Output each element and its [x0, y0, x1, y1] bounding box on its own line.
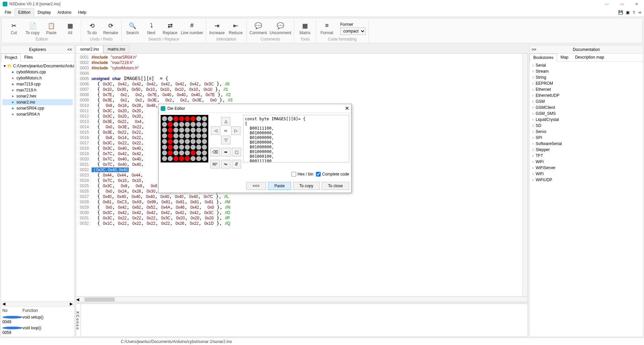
- menu-display[interactable]: Display: [34, 9, 54, 16]
- file-max7219-h[interactable]: ●max7219.h: [2, 87, 73, 93]
- matrix-cell[interactable]: [202, 116, 207, 121]
- dialog---button[interactable]: <<<: [246, 182, 266, 190]
- doc-item-wifi[interactable]: WiFi: [530, 171, 642, 177]
- doc-item-wifiserver[interactable]: WiFiServer: [530, 165, 642, 171]
- replace-button[interactable]: ⇄Replace: [162, 22, 178, 35]
- matrix-cell[interactable]: [185, 156, 190, 161]
- line-number-button[interactable]: #Line number: [181, 22, 203, 35]
- dialog-to-copy-button[interactable]: To copy: [293, 182, 320, 190]
- close-button[interactable]: ✕: [629, 0, 644, 8]
- matrix-cell[interactable]: [191, 122, 196, 127]
- matrix-cell[interactable]: [168, 116, 173, 121]
- matrix-cell[interactable]: [196, 116, 201, 121]
- minimize-button[interactable]: —: [600, 0, 614, 8]
- maximize-button[interactable]: ▭: [614, 0, 629, 8]
- menu-arduino[interactable]: Arduino: [54, 9, 74, 16]
- menu-edition[interactable]: Edition: [14, 8, 34, 16]
- doc-item-gsm[interactable]: GSM: [530, 98, 642, 105]
- matrix-cell[interactable]: [162, 116, 167, 121]
- comment-button[interactable]: 💬Comment: [250, 22, 267, 35]
- matrix-cell[interactable]: [173, 116, 178, 121]
- file-sonar2-ino[interactable]: ●sonar2.ino: [2, 99, 73, 105]
- upload-icon[interactable]: ⇧: [632, 10, 636, 15]
- matrix-cell[interactable]: [191, 128, 196, 133]
- eraser-button[interactable]: ⌫: [210, 148, 220, 156]
- doc-item-wifi[interactable]: WiFi: [530, 159, 642, 165]
- editor-tab-matrix-ino[interactable]: matrix.ino: [103, 45, 129, 53]
- chip-icon[interactable]: ▣: [626, 10, 630, 15]
- matrix-cell[interactable]: [191, 145, 196, 150]
- matrix-button[interactable]: ▦Matrix: [297, 22, 313, 35]
- matrix-cell[interactable]: [196, 133, 201, 138]
- arduino-icon[interactable]: ∞: [638, 10, 641, 15]
- matrix-cell[interactable]: [179, 139, 184, 144]
- doc-tab-bookstores[interactable]: Bookstores: [530, 54, 557, 62]
- dialog-close-button[interactable]: ✕: [345, 105, 349, 112]
- paste-button[interactable]: 📋Paste: [43, 22, 59, 35]
- matrix-cell[interactable]: [202, 156, 207, 161]
- arrow-right-button[interactable]: ▷: [231, 126, 240, 135]
- dialog-paste-button[interactable]: Paste: [268, 182, 291, 190]
- matrix-cell[interactable]: [202, 128, 207, 133]
- matrix-cell[interactable]: [173, 145, 178, 150]
- matrix-cell[interactable]: [173, 156, 178, 161]
- tree-root[interactable]: ▾📁C:/Users/jeanluc/Documents/Arduir: [2, 63, 73, 69]
- doc-item-tft[interactable]: TFT: [530, 153, 642, 159]
- matrix-cell[interactable]: [191, 156, 196, 161]
- doc-item-serial[interactable]: Serial: [530, 62, 642, 68]
- matrix-cell[interactable]: [196, 139, 201, 144]
- doc-item-wifiudp[interactable]: WiFiUDP: [530, 177, 642, 183]
- matrix-cell[interactable]: [185, 116, 190, 121]
- matrix-cell[interactable]: [196, 145, 201, 150]
- outline-row[interactable]: 0059void loop(): [1, 325, 74, 336]
- save-icon[interactable]: 💾: [618, 10, 623, 15]
- matrix-cell[interactable]: [173, 150, 178, 155]
- hex-bin-checkbox[interactable]: Hex / bin: [291, 172, 313, 177]
- doc-tab-map[interactable]: Map: [557, 54, 572, 61]
- matrix-cell[interactable]: [202, 122, 207, 127]
- arrow-down-button[interactable]: ▽: [221, 136, 230, 144]
- matrix-cell[interactable]: [202, 133, 207, 138]
- matrix-cell[interactable]: [202, 139, 207, 144]
- file-sonarSR04-cpp[interactable]: ●sonarSR04.cpp: [2, 105, 73, 111]
- matrix-cell[interactable]: [162, 139, 167, 144]
- export-button[interactable]: ➡: [221, 148, 230, 156]
- matrix-cell[interactable]: [173, 133, 178, 138]
- doc-item-sd[interactable]: SD: [530, 123, 642, 129]
- dialog-code-output[interactable]: const byte IMAGES[][8]= { { B00111100, B…: [243, 115, 349, 162]
- file-cybotMotors-cpp[interactable]: ●cybotMotors.cpp: [2, 69, 73, 75]
- matrix-cell[interactable]: [185, 139, 190, 144]
- matrix-cell[interactable]: [168, 156, 173, 161]
- format-select[interactable]: compact: [340, 27, 366, 35]
- doc-item-string[interactable]: String: [530, 74, 642, 80]
- matrix-cell[interactable]: [162, 128, 167, 133]
- cut-button[interactable]: ✂Cut: [6, 22, 22, 35]
- doc-item-stream[interactable]: Stream: [530, 68, 642, 74]
- doc-item-liquidcrystal[interactable]: LiquidCrystal: [530, 117, 642, 123]
- matrix-cell[interactable]: [168, 139, 173, 144]
- doc-item-eeprom[interactable]: EEPROM: [530, 80, 642, 86]
- matrix-cell[interactable]: [191, 150, 196, 155]
- format-button[interactable]: ≡Format: [319, 22, 335, 35]
- next-button[interactable]: ⤵Next: [143, 22, 159, 35]
- doc-item-ethernetudp[interactable]: EthernetUDP: [530, 92, 642, 98]
- file-sonarSR04-h[interactable]: ●sonarSR04.h: [2, 111, 73, 117]
- file-max7219-cpp[interactable]: ●max7219.cpp: [2, 81, 73, 87]
- matrix-cell[interactable]: [173, 128, 178, 133]
- console-tab-label[interactable]: X C o n s o: [76, 304, 81, 337]
- matrix-cell[interactable]: [196, 156, 201, 161]
- file-cybotMotors-h[interactable]: ●cybotMotors.h: [2, 75, 73, 81]
- led-matrix[interactable]: [161, 115, 208, 162]
- matrix-cell[interactable]: [162, 122, 167, 127]
- matrix-cell[interactable]: [162, 150, 167, 155]
- doc-item-stepper[interactable]: Stepper: [530, 147, 642, 153]
- remake-button[interactable]: ⟳Remake: [103, 22, 119, 35]
- doc-item-servo[interactable]: Servo: [530, 129, 642, 135]
- matrix-cell[interactable]: [191, 116, 196, 121]
- matrix-cell[interactable]: [185, 133, 190, 138]
- matrix-cell[interactable]: [185, 145, 190, 150]
- arrow-left-button[interactable]: ◁: [211, 126, 220, 135]
- doc-item-gsmclient[interactable]: GSMClient: [530, 105, 642, 111]
- dialog-to-close-button[interactable]: To close: [322, 182, 349, 190]
- editor-vscrollbar[interactable]: [522, 54, 528, 296]
